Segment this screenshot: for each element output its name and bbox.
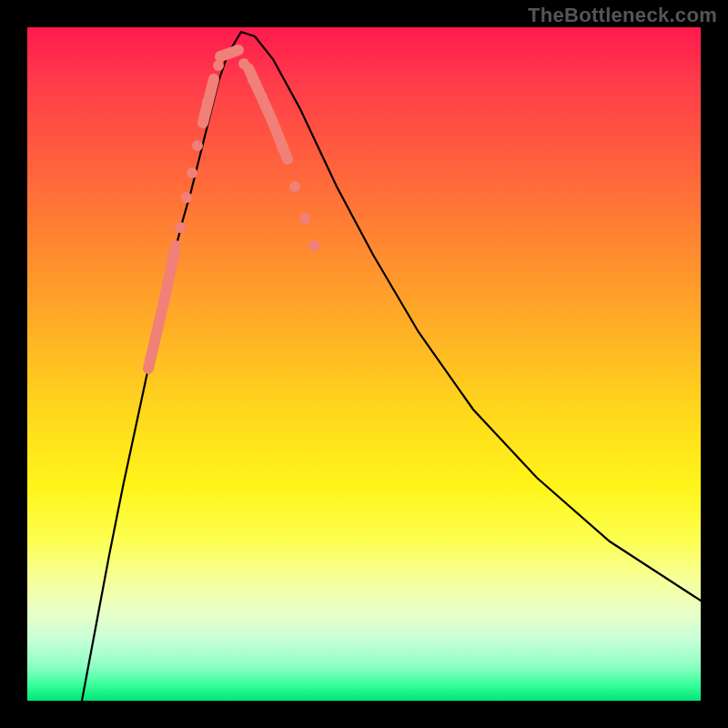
highlight-point (149, 336, 160, 347)
highlight-point (181, 192, 192, 203)
highlight-point (175, 222, 186, 233)
highlight-point (170, 240, 181, 251)
highlight-point (248, 75, 258, 86)
highlight-point (202, 96, 213, 107)
highlight-point (308, 240, 319, 251)
highlight-point (277, 142, 288, 153)
highlight-point (257, 92, 268, 103)
highlight-point (238, 58, 249, 69)
highlight-segment (164, 250, 175, 302)
chart-area (27, 27, 701, 701)
highlight-point (166, 263, 177, 274)
chart-svg (27, 27, 701, 701)
highlight-point (268, 117, 278, 128)
bottleneck-curve (82, 32, 701, 701)
highlight-point (145, 354, 156, 365)
highlight-point (289, 181, 300, 192)
highlight-point (187, 167, 197, 178)
highlighted-points (145, 58, 319, 365)
highlight-segment (220, 50, 238, 56)
highlight-point (299, 213, 310, 224)
highlight-point (192, 140, 203, 151)
highlight-point (213, 60, 224, 71)
watermark-text: TheBottleneck.com (528, 4, 717, 27)
